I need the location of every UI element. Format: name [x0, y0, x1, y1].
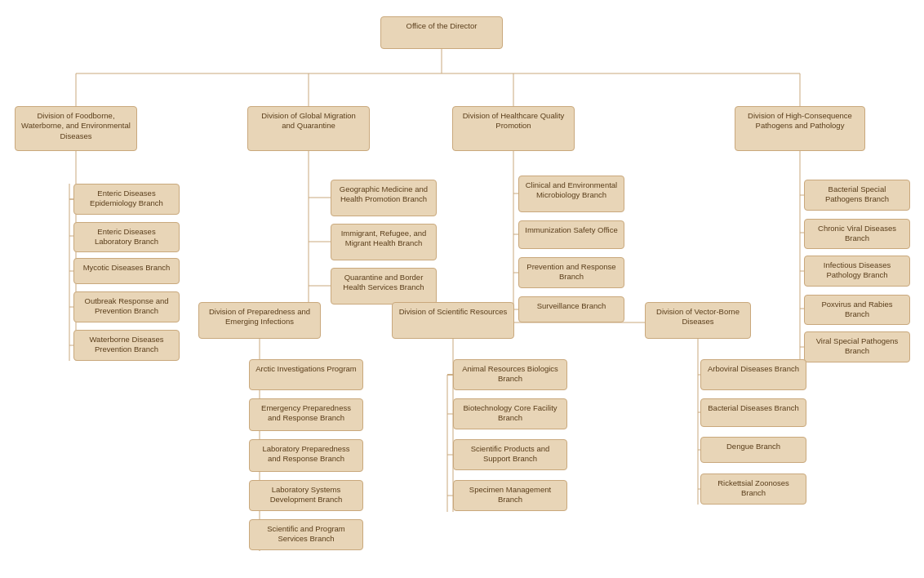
outbreak-box: Outbreak Response and Prevention Branch	[73, 291, 180, 322]
arboviral-box: Arboviral Diseases Branch	[700, 359, 806, 390]
arctic-box: Arctic Investigations Program	[249, 359, 363, 390]
sci_prog-box: Scientific and Program Services Branch	[249, 519, 363, 550]
div_health-box: Division of Healthcare Quality Promotion	[452, 106, 575, 151]
div_food-box: Division of Foodborne, Waterborne, and E…	[15, 106, 137, 151]
poxvirus-box: Poxvirus and Rabies Branch	[804, 295, 910, 325]
org-chart: Office of the DirectorDivision of Foodbo…	[0, 0, 924, 578]
infectious_path-box: Infectious Diseases Pathology Branch	[804, 256, 910, 287]
div_vector-box: Division of Vector-Borne Diseases	[645, 302, 751, 339]
rickettsial-box: Rickettsial Zoonoses Branch	[700, 474, 806, 505]
immigrant-box: Immigrant, Refugee, and Migrant Health B…	[331, 224, 437, 260]
bacterial_dis-box: Bacterial Diseases Branch	[700, 398, 806, 427]
surveillance-box: Surveillance Branch	[518, 296, 624, 322]
specimen-box: Specimen Management Branch	[453, 480, 567, 511]
biotech-box: Biotechnology Core Facility Branch	[453, 398, 567, 429]
lab_prep-box: Laboratory Preparedness and Response Bra…	[249, 439, 363, 472]
animal_res-box: Animal Resources Biologics Branch	[453, 359, 567, 390]
chronic_viral-box: Chronic Viral Diseases Branch	[804, 219, 910, 249]
dengue-box: Dengue Branch	[700, 437, 806, 463]
mycotic-box: Mycotic Diseases Branch	[73, 258, 180, 284]
waterborne-box: Waterborne Diseases Prevention Branch	[73, 330, 180, 361]
emergency_prep-box: Emergency Preparedness and Response Bran…	[249, 398, 363, 431]
div_high-box: Division of High-Consequence Pathogens a…	[735, 106, 865, 151]
bacterial_special-box: Bacterial Special Pathogens Branch	[804, 180, 910, 211]
immunization-box: Immunization Safety Office	[518, 220, 624, 249]
sci_products-box: Scientific Products and Support Branch	[453, 439, 567, 470]
viral_special-box: Viral Special Pathogens Branch	[804, 331, 910, 362]
prevention_resp-box: Prevention and Response Branch	[518, 257, 624, 288]
clinical_env-box: Clinical and Environmental Microbiology …	[518, 176, 624, 212]
div_global-box: Division of Global Migration and Quarant…	[247, 106, 370, 151]
director-box: Office of the Director	[380, 16, 503, 49]
quarantine_border-box: Quarantine and Border Health Services Br…	[331, 268, 437, 305]
lab_sys-box: Laboratory Systems Development Branch	[249, 480, 363, 511]
div_prep-box: Division of Preparedness and Emerging In…	[198, 302, 321, 339]
enteric_epi-box: Enteric Diseases Epidemiology Branch	[73, 184, 180, 215]
enteric_lab-box: Enteric Diseases Laboratory Branch	[73, 222, 180, 252]
geo_med-box: Geographic Medicine and Health Promotion…	[331, 180, 437, 216]
div_sci-box: Division of Scientific Resources	[392, 302, 514, 339]
